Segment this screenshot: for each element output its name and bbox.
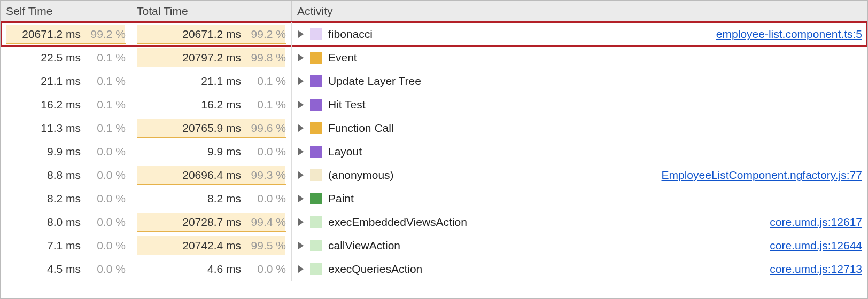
- source-link[interactable]: core.umd.js:12617: [770, 216, 862, 229]
- total-time-cell: 20797.2 ms99.8 %: [131, 46, 292, 69]
- activity-name: Function Call: [328, 122, 394, 135]
- time-ms: 20696.4 ms: [182, 169, 241, 182]
- time-ms: 20671.2 ms: [182, 28, 241, 41]
- time-pct: 99.2 %: [249, 28, 286, 41]
- self-time-cell: 20671.2 ms99.2 %: [1, 22, 131, 46]
- self-time-cell: 8.8 ms0.0 %: [1, 163, 131, 187]
- total-time-cell: 21.1 ms0.1 %: [131, 69, 292, 93]
- activity-cell: Function Call: [292, 116, 867, 140]
- time-pct: 0.0 %: [88, 145, 126, 158]
- expand-caret-icon[interactable]: [298, 30, 304, 38]
- table-row[interactable]: 8.0 ms0.0 %20728.7 ms99.4 %execEmbeddedV…: [1, 210, 867, 234]
- activity-cell: Update Layer Tree: [292, 69, 867, 93]
- time-ms: 8.0 ms: [47, 216, 81, 229]
- total-time-cell: 16.2 ms0.1 %: [131, 93, 292, 116]
- category-swatch-icon: [310, 28, 322, 40]
- category-swatch-icon: [310, 146, 322, 158]
- total-time-cell: 20728.7 ms99.4 %: [131, 210, 292, 234]
- expand-caret-icon[interactable]: [298, 101, 304, 108]
- activity-cell: Event: [292, 46, 867, 69]
- category-swatch-icon: [310, 240, 322, 251]
- time-pct: 0.1 %: [88, 51, 126, 64]
- activity-cell: Paint: [292, 187, 867, 210]
- expand-caret-icon[interactable]: [298, 242, 304, 249]
- total-time-cell: 4.6 ms0.0 %: [131, 257, 292, 281]
- expand-caret-icon[interactable]: [298, 218, 304, 226]
- category-swatch-icon: [310, 122, 322, 134]
- activity-cell: (anonymous)EmployeeListComponent.ngfacto…: [292, 163, 867, 187]
- expand-caret-icon[interactable]: [298, 148, 304, 155]
- source-link[interactable]: employee-list.component.ts:5: [716, 28, 862, 41]
- time-pct: 0.0 %: [88, 216, 126, 229]
- time-pct: 99.6 %: [249, 122, 286, 135]
- time-ms: 9.9 ms: [207, 145, 241, 158]
- activity-name: Paint: [328, 192, 354, 205]
- activity-name: execQueriesAction: [328, 263, 422, 276]
- col-header-activity[interactable]: Activity: [292, 1, 867, 22]
- time-ms: 8.2 ms: [207, 192, 241, 205]
- table-header: Self Time Total Time Activity: [1, 1, 867, 22]
- category-swatch-icon: [310, 52, 322, 64]
- total-time-cell: 20765.9 ms99.6 %: [131, 116, 292, 140]
- time-ms: 20765.9 ms: [182, 122, 241, 135]
- expand-caret-icon[interactable]: [298, 171, 304, 179]
- source-link[interactable]: core.umd.js:12713: [770, 263, 862, 276]
- table-row[interactable]: 8.8 ms0.0 %20696.4 ms99.3 %(anonymous)Em…: [1, 163, 867, 187]
- time-ms: 4.6 ms: [207, 263, 241, 276]
- expand-caret-icon[interactable]: [298, 124, 304, 132]
- time-pct: 0.0 %: [249, 192, 286, 205]
- time-ms: 22.5 ms: [41, 51, 81, 64]
- expand-caret-icon[interactable]: [298, 54, 304, 61]
- category-swatch-icon: [310, 99, 322, 111]
- time-ms: 8.2 ms: [47, 192, 81, 205]
- time-pct: 0.0 %: [88, 169, 126, 182]
- time-ms: 20742.4 ms: [182, 239, 241, 252]
- activity-name: Update Layer Tree: [328, 75, 421, 88]
- expand-caret-icon[interactable]: [298, 195, 304, 202]
- table-row[interactable]: 22.5 ms0.1 %20797.2 ms99.8 %Event: [1, 46, 867, 69]
- activity-cell: callViewActioncore.umd.js:12644: [292, 234, 867, 257]
- total-time-cell: 9.9 ms0.0 %: [131, 140, 292, 163]
- total-time-cell: 20671.2 ms99.2 %: [131, 22, 292, 46]
- expand-caret-icon[interactable]: [298, 265, 304, 273]
- category-swatch-icon: [310, 169, 322, 181]
- table-row[interactable]: 20671.2 ms99.2 %20671.2 ms99.2 %fibonacc…: [1, 22, 867, 46]
- self-time-cell: 21.1 ms0.1 %: [1, 69, 131, 93]
- source-link[interactable]: core.umd.js:12644: [770, 239, 862, 252]
- time-pct: 0.0 %: [249, 263, 286, 276]
- table-row[interactable]: 7.1 ms0.0 %20742.4 ms99.5 %callViewActio…: [1, 234, 867, 257]
- activity-name: fibonacci: [328, 28, 373, 41]
- self-time-cell: 8.0 ms0.0 %: [1, 210, 131, 234]
- profiler-panel: Self Time Total Time Activity 20671.2 ms…: [0, 0, 868, 299]
- time-pct: 99.3 %: [249, 169, 286, 182]
- activity-cell: execQueriesActioncore.umd.js:12713: [292, 257, 867, 281]
- category-swatch-icon: [310, 193, 322, 204]
- self-time-cell: 8.2 ms0.0 %: [1, 187, 131, 210]
- time-pct: 99.5 %: [249, 239, 286, 252]
- activity-cell: fibonacciemployee-list.component.ts:5: [292, 22, 867, 46]
- table-row[interactable]: 21.1 ms0.1 %21.1 ms0.1 %Update Layer Tre…: [1, 69, 867, 93]
- table-row[interactable]: 4.5 ms0.0 %4.6 ms0.0 %execQueriesActionc…: [1, 257, 867, 281]
- table-row[interactable]: 11.3 ms0.1 %20765.9 ms99.6 %Function Cal…: [1, 116, 867, 140]
- table-row[interactable]: 16.2 ms0.1 %16.2 ms0.1 %Hit Test: [1, 93, 867, 116]
- table-row[interactable]: 9.9 ms0.0 %9.9 ms0.0 %Layout: [1, 140, 867, 163]
- time-ms: 21.1 ms: [41, 75, 81, 88]
- time-pct: 0.1 %: [249, 98, 286, 111]
- col-header-total[interactable]: Total Time: [131, 1, 292, 22]
- table-row[interactable]: 8.2 ms0.0 %8.2 ms0.0 %Paint: [1, 187, 867, 210]
- col-header-self[interactable]: Self Time: [1, 1, 131, 22]
- self-time-cell: 4.5 ms0.0 %: [1, 257, 131, 281]
- source-link[interactable]: EmployeeListComponent.ngfactory.js:77: [662, 169, 862, 182]
- total-time-cell: 20696.4 ms99.3 %: [131, 163, 292, 187]
- self-time-cell: 9.9 ms0.0 %: [1, 140, 131, 163]
- time-ms: 20671.2 ms: [22, 28, 81, 41]
- time-ms: 11.3 ms: [41, 122, 81, 135]
- time-pct: 0.0 %: [249, 145, 286, 158]
- self-time-cell: 11.3 ms0.1 %: [1, 116, 131, 140]
- activity-cell: execEmbeddedViewsActioncore.umd.js:12617: [292, 210, 867, 234]
- activity-name: Layout: [328, 145, 362, 158]
- activity-name: Event: [328, 51, 357, 64]
- time-ms: 16.2 ms: [201, 98, 241, 111]
- time-pct: 99.4 %: [249, 216, 286, 229]
- expand-caret-icon[interactable]: [298, 77, 304, 85]
